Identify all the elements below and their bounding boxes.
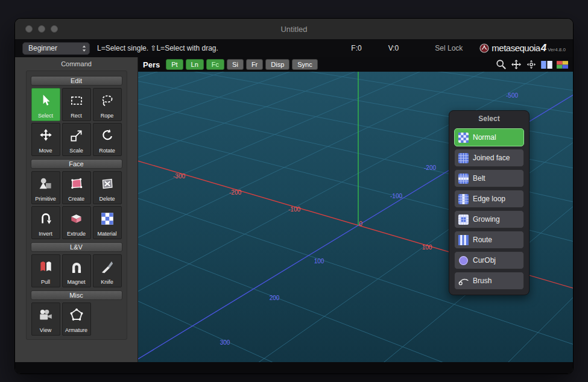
select-mode-route[interactable]: Route <box>454 231 524 249</box>
select-mode-edge-loop[interactable]: Edge loop <box>454 190 524 208</box>
toggle-disp[interactable]: Disp <box>265 59 289 70</box>
view-camera-icon <box>38 303 54 327</box>
tool-rect[interactable]: Rect <box>62 88 91 121</box>
mode-dropdown-value: Beginner <box>28 44 57 52</box>
group-header-face: Face <box>31 159 122 169</box>
tool-view[interactable]: View <box>31 302 60 336</box>
tool-scale[interactable]: Scale <box>62 123 91 156</box>
command-panel-title: Command <box>61 57 92 70</box>
curobj-icon <box>458 255 469 266</box>
tool-magnet[interactable]: Magnet <box>62 254 91 287</box>
invert-icon <box>38 207 54 231</box>
extrude-icon <box>69 207 84 231</box>
toggle-sync[interactable]: Sync <box>292 59 317 70</box>
move-icon <box>38 124 54 148</box>
toggle-points[interactable]: Pt <box>166 59 183 70</box>
select-mode-panel: Select Normal Joined face Belt <box>449 110 530 295</box>
tool-select[interactable]: Select <box>31 88 60 121</box>
face-tool-grid: Primitive Create Delete <box>31 171 122 239</box>
rotate-view-icon[interactable] <box>526 59 537 70</box>
brand-name: metasequoia <box>492 43 540 53</box>
vertex-count: V:0 <box>388 44 399 52</box>
window-title: Untitled <box>15 25 573 34</box>
scale-icon <box>69 124 84 148</box>
toggle-fr[interactable]: Fr <box>246 59 263 70</box>
color-palette-icon[interactable] <box>557 61 568 69</box>
group-header-edit: Edit <box>31 76 122 86</box>
route-icon <box>458 235 469 245</box>
app-window: Untitled Beginner L=Select single. ⇧L=Se… <box>14 18 574 374</box>
group-header-misc: Misc <box>31 290 122 300</box>
select-mode-growing[interactable]: Growing <box>454 210 524 228</box>
mode-dropdown[interactable]: Beginner <box>22 42 90 55</box>
tool-rotate[interactable]: Rotate <box>93 123 122 156</box>
chevron-updown-icon <box>81 45 87 52</box>
toggle-faces[interactable]: Fc <box>206 59 224 70</box>
menubar: Beginner L=Select single. ⇧L=Select with… <box>15 39 573 57</box>
delete-face-icon <box>100 172 115 196</box>
brand-version: Ver4.8.0 <box>548 47 566 52</box>
tool-primitive[interactable]: Primitive <box>31 171 60 204</box>
tool-material[interactable]: Material <box>93 206 122 239</box>
tool-knife[interactable]: Knife <box>93 254 122 287</box>
tool-delete[interactable]: Delete <box>93 171 122 204</box>
rect-select-icon <box>69 89 84 113</box>
toggle-lines[interactable]: Ln <box>186 59 204 70</box>
command-sidebar: Command Edit Select Rect <box>15 57 138 362</box>
create-face-icon <box>69 172 84 196</box>
tool-move[interactable]: Move <box>31 123 60 156</box>
knife-icon <box>100 255 115 279</box>
select-cursor-icon <box>38 89 54 113</box>
lv-tool-grid: Pull Magnet Knife <box>31 254 122 287</box>
metasequoia-logo-icon <box>479 43 489 53</box>
viewport: Pers Pt Ln Fc Si Fr Disp Sync <box>138 57 573 362</box>
tool-invert[interactable]: Invert <box>31 206 60 239</box>
dual-view-icon[interactable] <box>541 61 552 69</box>
select-mode-curobj[interactable]: CurObj <box>454 251 524 269</box>
face-count: F:0 <box>351 44 361 52</box>
edit-tool-grid: Select Rect Rope <box>31 88 122 156</box>
misc-tool-grid: View Armature <box>31 302 122 336</box>
normal-grid-icon <box>458 133 469 143</box>
primitive-icon <box>38 172 54 196</box>
magnet-icon <box>69 255 84 279</box>
view-mode-label[interactable]: Pers <box>143 60 160 69</box>
edge-loop-icon <box>458 194 469 204</box>
mouse-hint-text: L=Select single. ⇧L=Select with drag. <box>97 44 218 52</box>
toggle-si[interactable]: Si <box>227 59 244 70</box>
command-panel: Edit Select Rect <box>26 70 127 340</box>
select-panel-title: Select <box>449 113 529 126</box>
select-mode-normal[interactable]: Normal <box>454 128 524 146</box>
group-header-lv: L&V <box>31 242 122 252</box>
material-icon <box>100 207 115 231</box>
select-mode-joined-face[interactable]: Joined face <box>454 149 524 167</box>
viewport-canvas[interactable]: -300 -200 -100 0 100 -500 -200 -100 100 … <box>138 72 573 362</box>
tool-extrude[interactable]: Extrude <box>62 206 91 239</box>
zoom-view-icon[interactable] <box>496 59 507 70</box>
titlebar: Untitled <box>15 19 573 39</box>
joined-face-icon <box>458 153 469 163</box>
bottom-bar <box>15 362 573 374</box>
brand-logo: metasequoia 4 Ver4.8.0 <box>479 42 566 54</box>
select-mode-brush[interactable]: Brush <box>454 272 524 290</box>
select-mode-belt[interactable]: Belt <box>454 169 524 187</box>
rope-lasso-icon <box>100 89 115 113</box>
armature-icon <box>69 303 84 327</box>
pan-view-icon[interactable] <box>511 59 522 70</box>
viewport-toolbar: Pers Pt Ln Fc Si Fr Disp Sync <box>138 57 573 72</box>
tool-pull[interactable]: Pull <box>31 254 60 287</box>
growing-icon <box>458 214 469 225</box>
tool-armature[interactable]: Armature <box>62 302 91 336</box>
sel-lock-toggle[interactable]: Sel Lock <box>435 44 463 52</box>
pull-icon <box>38 255 54 279</box>
tool-create[interactable]: Create <box>62 171 91 204</box>
rotate-icon <box>100 124 115 148</box>
tool-rope[interactable]: Rope <box>93 88 122 121</box>
belt-icon <box>458 174 469 184</box>
brush-icon <box>458 276 469 286</box>
brand-number: 4 <box>541 42 546 54</box>
